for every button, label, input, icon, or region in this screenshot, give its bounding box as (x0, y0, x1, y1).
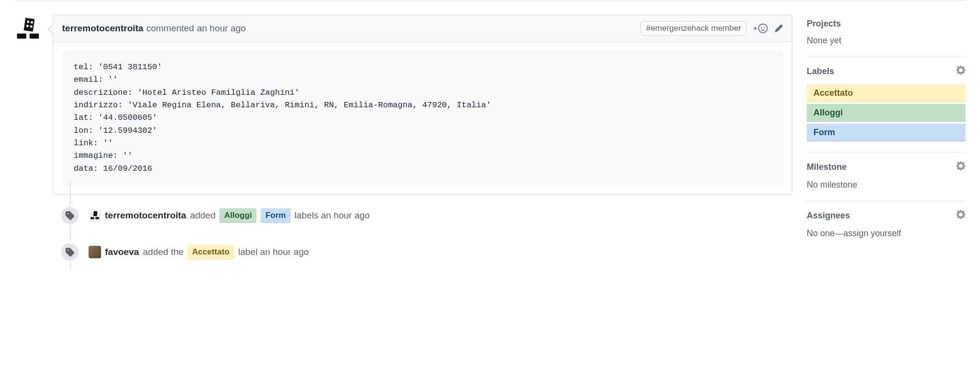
avatar-column (14, 15, 43, 43)
svg-rect-2 (31, 21, 33, 24)
event-suffix: labels an hour ago (295, 210, 370, 221)
sidebar-section-header[interactable]: Labels (807, 65, 966, 77)
comment-timestamp[interactable]: an hour ago (197, 23, 245, 34)
comment-box: terremotocentroita commented an hour ago… (53, 15, 792, 195)
sidebar-section-header[interactable]: Milestone (807, 161, 966, 173)
sidebar-section-title: Assignees (807, 211, 850, 221)
comment-author-link[interactable]: terremotocentroita (62, 23, 143, 34)
assign-yourself-link[interactable]: No one—assign yourself (807, 228, 966, 239)
tag-icon (65, 247, 75, 257)
timeline-wrap: terremotocentroita commented an hour ago… (53, 15, 792, 268)
sidebar-labels: Labels Accettato Alloggi Form (807, 57, 966, 152)
edit-comment-button[interactable] (774, 24, 783, 33)
sidebar-milestone-value: No milestone (807, 180, 966, 190)
timeline-event-labels-added: terremotocentroita added Alloggi Form la… (60, 195, 792, 231)
label-form[interactable]: Form (260, 208, 291, 223)
svg-rect-3 (26, 25, 29, 27)
comment-header-left: terremotocentroita commented an hour ago (62, 23, 246, 34)
sidebar-section-title: Milestone (807, 162, 847, 172)
sidebar-section-title: Labels (807, 66, 834, 76)
svg-rect-1 (27, 21, 29, 23)
member-badge: #emergenzehack member (641, 21, 746, 36)
code-block: tel: '0541 381150' email: '' descrizione… (62, 51, 783, 186)
event-verb: added (190, 210, 216, 221)
gear-icon (956, 65, 966, 75)
event-author-link[interactable]: terremotocentroita (105, 210, 186, 221)
svg-rect-0 (24, 18, 35, 32)
sidebar-label-form[interactable]: Form (807, 124, 966, 141)
comment-header-right: #emergenzehack member + (641, 21, 783, 36)
svg-rect-8 (90, 217, 94, 219)
svg-rect-4 (30, 25, 32, 28)
event-author-avatar[interactable] (89, 246, 101, 258)
timeline-content: favoeva added the Accettato label an hou… (89, 245, 309, 259)
event-author-avatar[interactable] (89, 209, 101, 222)
svg-rect-7 (93, 211, 98, 216)
sidebar-projects: Projects None yet (807, 15, 966, 57)
assignees-settings-button[interactable] (956, 210, 966, 222)
tag-icon (65, 211, 75, 220)
building-collapse-icon (90, 210, 100, 221)
smiley-icon (758, 24, 768, 33)
timeline-content: terremotocentroita added Alloggi Form la… (89, 208, 370, 223)
svg-rect-5 (17, 34, 26, 39)
pencil-icon (774, 24, 783, 33)
sidebar: Projects None yet Labels Accettato Allog… (807, 15, 966, 268)
issue-container: terremotocentroita commented an hour ago… (14, 0, 966, 268)
comment-header: terremotocentroita commented an hour ago… (53, 15, 792, 42)
svg-rect-6 (30, 34, 39, 39)
sidebar-labels-list: Accettato Alloggi Form (807, 84, 966, 141)
sidebar-projects-value: None yet (807, 36, 966, 46)
labels-settings-button[interactable] (956, 65, 966, 77)
comment-body: tel: '0541 381150' email: '' descrizione… (53, 42, 792, 194)
label-accettato[interactable]: Accettato (187, 245, 234, 259)
milestone-settings-button[interactable] (956, 161, 966, 173)
add-reaction-button[interactable]: + (753, 24, 768, 33)
label-alloggi[interactable]: Alloggi (219, 208, 257, 223)
sidebar-milestone: Milestone No milestone (807, 152, 966, 201)
sidebar-assignees: Assignees No one—assign yourself (807, 201, 966, 249)
main-timeline: terremotocentroita commented an hour ago… (14, 15, 792, 268)
timeline-event-label-added: favoeva added the Accettato label an hou… (60, 231, 792, 268)
event-suffix: label an hour ago (238, 247, 309, 257)
sidebar-section-header[interactable]: Projects (807, 19, 966, 29)
building-collapse-icon (14, 16, 41, 43)
plus-icon: + (753, 25, 757, 32)
event-verb: added the (143, 247, 184, 257)
sidebar-section-header[interactable]: Assignees (807, 210, 966, 222)
timeline-badge (60, 242, 80, 262)
comment-author-avatar[interactable] (14, 16, 41, 43)
timeline-badge (60, 205, 80, 226)
gear-icon (956, 161, 966, 171)
comment-action-text: commented (146, 23, 194, 34)
svg-rect-9 (95, 217, 99, 219)
sidebar-label-alloggi[interactable]: Alloggi (807, 104, 966, 122)
sidebar-section-title: Projects (807, 19, 841, 29)
gear-icon (956, 210, 966, 219)
event-author-link[interactable]: favoeva (105, 247, 139, 257)
sidebar-label-accettato[interactable]: Accettato (807, 84, 966, 102)
